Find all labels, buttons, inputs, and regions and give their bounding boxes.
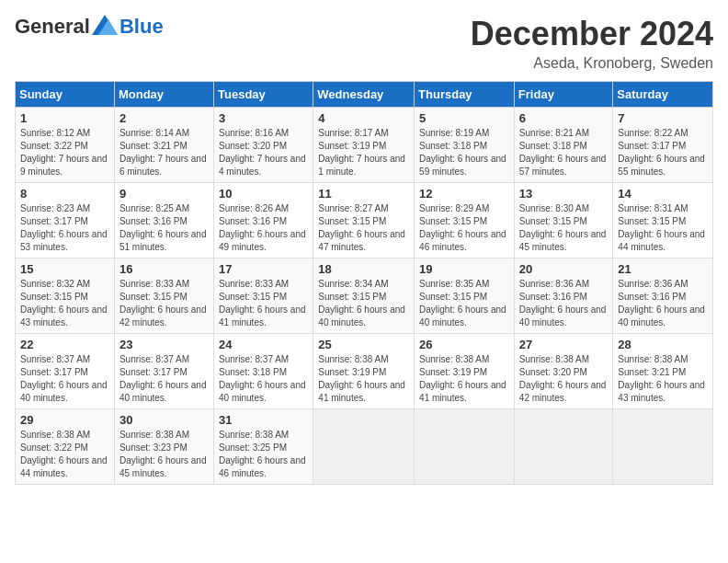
calendar-week-row: 15Sunrise: 8:32 AMSunset: 3:15 PMDayligh… [16,259,713,334]
day-info: Sunrise: 8:32 AMSunset: 3:15 PMDaylight:… [20,278,109,329]
calendar-cell: 14Sunrise: 8:31 AMSunset: 3:15 PMDayligh… [613,183,713,259]
day-number: 22 [20,338,109,351]
day-info: Sunrise: 8:22 AMSunset: 3:17 PMDaylight:… [618,127,708,178]
day-number: 3 [219,111,308,125]
day-number: 21 [618,262,708,276]
calendar-cell: 23Sunrise: 8:37 AMSunset: 3:17 PMDayligh… [114,334,213,409]
calendar-cell [514,409,613,485]
day-info: Sunrise: 8:35 AMSunset: 3:15 PMDaylight:… [419,278,509,329]
calendar-header-saturday: Saturday [613,82,713,108]
calendar-cell: 10Sunrise: 8:26 AMSunset: 3:16 PMDayligh… [214,183,313,259]
day-number: 13 [519,187,609,201]
calendar-cell: 18Sunrise: 8:34 AMSunset: 3:15 PMDayligh… [313,259,415,334]
day-number: 6 [519,111,609,125]
day-info: Sunrise: 8:38 AMSunset: 3:19 PMDaylight:… [419,353,509,405]
calendar-cell: 12Sunrise: 8:29 AMSunset: 3:15 PMDayligh… [415,183,515,259]
calendar-cell: 9Sunrise: 8:25 AMSunset: 3:16 PMDaylight… [114,183,213,259]
day-info: Sunrise: 8:38 AMSunset: 3:19 PMDaylight:… [318,353,409,405]
day-info: Sunrise: 8:38 AMSunset: 3:23 PMDaylight:… [119,429,209,480]
day-info: Sunrise: 8:30 AMSunset: 3:15 PMDaylight:… [519,202,609,254]
calendar-cell: 31Sunrise: 8:38 AMSunset: 3:25 PMDayligh… [214,409,313,485]
day-number: 19 [419,262,509,276]
calendar-cell: 3Sunrise: 8:16 AMSunset: 3:20 PMDaylight… [214,108,313,183]
calendar-cell: 8Sunrise: 8:23 AMSunset: 3:17 PMDaylight… [16,183,115,259]
day-info: Sunrise: 8:27 AMSunset: 3:15 PMDaylight:… [318,202,409,254]
day-number: 25 [318,338,409,351]
calendar-cell: 28Sunrise: 8:38 AMSunset: 3:21 PMDayligh… [613,334,713,409]
calendar-header-thursday: Thursday [415,82,515,108]
calendar-cell: 24Sunrise: 8:37 AMSunset: 3:18 PMDayligh… [214,334,313,409]
calendar-cell: 21Sunrise: 8:36 AMSunset: 3:16 PMDayligh… [613,259,713,334]
day-info: Sunrise: 8:23 AMSunset: 3:17 PMDaylight:… [20,202,109,254]
day-info: Sunrise: 8:38 AMSunset: 3:21 PMDaylight:… [618,353,708,405]
calendar-cell: 27Sunrise: 8:38 AMSunset: 3:20 PMDayligh… [514,334,613,409]
logo-blue-text: Blue [119,15,164,39]
calendar-cell: 22Sunrise: 8:37 AMSunset: 3:17 PMDayligh… [16,334,115,409]
calendar-cell: 19Sunrise: 8:35 AMSunset: 3:15 PMDayligh… [415,259,515,334]
header: General Blue December 2024 Aseda, Kronob… [15,15,713,72]
day-info: Sunrise: 8:14 AMSunset: 3:21 PMDaylight:… [119,127,209,178]
day-number: 30 [119,413,209,427]
day-number: 4 [318,111,409,125]
day-info: Sunrise: 8:33 AMSunset: 3:15 PMDaylight:… [119,278,209,329]
day-info: Sunrise: 8:25 AMSunset: 3:16 PMDaylight:… [119,202,209,254]
day-number: 26 [419,338,509,351]
calendar-cell: 29Sunrise: 8:38 AMSunset: 3:22 PMDayligh… [16,409,115,485]
day-number: 15 [20,262,109,276]
day-info: Sunrise: 8:21 AMSunset: 3:18 PMDaylight:… [519,127,609,178]
day-info: Sunrise: 8:34 AMSunset: 3:15 PMDaylight:… [318,278,409,329]
day-info: Sunrise: 8:37 AMSunset: 3:17 PMDaylight:… [119,353,209,405]
day-info: Sunrise: 8:38 AMSunset: 3:22 PMDaylight:… [20,429,109,480]
calendar-cell: 16Sunrise: 8:33 AMSunset: 3:15 PMDayligh… [114,259,213,334]
logo-icon [92,15,118,35]
day-info: Sunrise: 8:36 AMSunset: 3:16 PMDaylight:… [618,278,708,329]
day-number: 20 [519,262,609,276]
day-info: Sunrise: 8:12 AMSunset: 3:22 PMDaylight:… [20,127,109,178]
day-info: Sunrise: 8:29 AMSunset: 3:15 PMDaylight:… [419,202,509,254]
calendar-cell [313,409,415,485]
calendar-cell: 5Sunrise: 8:19 AMSunset: 3:18 PMDaylight… [415,108,515,183]
day-number: 8 [20,187,109,201]
day-number: 12 [419,187,509,201]
day-number: 7 [618,111,708,125]
calendar-cell: 4Sunrise: 8:17 AMSunset: 3:19 PMDaylight… [313,108,415,183]
logo: General Blue [15,15,164,39]
day-number: 23 [119,338,209,351]
day-number: 31 [219,413,308,427]
calendar-cell: 6Sunrise: 8:21 AMSunset: 3:18 PMDaylight… [514,108,613,183]
calendar-week-row: 29Sunrise: 8:38 AMSunset: 3:22 PMDayligh… [16,409,713,485]
calendar-cell: 13Sunrise: 8:30 AMSunset: 3:15 PMDayligh… [514,183,613,259]
calendar-header-sunday: Sunday [16,82,115,108]
calendar-cell: 2Sunrise: 8:14 AMSunset: 3:21 PMDaylight… [114,108,213,183]
calendar-cell: 15Sunrise: 8:32 AMSunset: 3:15 PMDayligh… [16,259,115,334]
day-number: 2 [119,111,209,125]
calendar-week-row: 22Sunrise: 8:37 AMSunset: 3:17 PMDayligh… [16,334,713,409]
day-number: 10 [219,187,308,201]
calendar-cell: 25Sunrise: 8:38 AMSunset: 3:19 PMDayligh… [313,334,415,409]
day-number: 27 [519,338,609,351]
day-number: 24 [219,338,308,351]
day-number: 9 [119,187,209,201]
day-info: Sunrise: 8:17 AMSunset: 3:19 PMDaylight:… [318,127,409,178]
calendar-cell: 30Sunrise: 8:38 AMSunset: 3:23 PMDayligh… [114,409,213,485]
day-number: 28 [618,338,708,351]
calendar-cell: 17Sunrise: 8:33 AMSunset: 3:15 PMDayligh… [214,259,313,334]
month-title: December 2024 [471,15,713,53]
day-number: 1 [20,111,109,125]
calendar-table: SundayMondayTuesdayWednesdayThursdayFrid… [15,81,713,485]
logo-general-text: General [15,15,90,39]
day-info: Sunrise: 8:19 AMSunset: 3:18 PMDaylight:… [419,127,509,178]
day-number: 18 [318,262,409,276]
day-info: Sunrise: 8:16 AMSunset: 3:20 PMDaylight:… [219,127,308,178]
day-number: 17 [219,262,308,276]
day-number: 14 [618,187,708,201]
calendar-header-row: SundayMondayTuesdayWednesdayThursdayFrid… [16,82,713,108]
day-info: Sunrise: 8:26 AMSunset: 3:16 PMDaylight:… [219,202,308,254]
calendar-cell: 20Sunrise: 8:36 AMSunset: 3:16 PMDayligh… [514,259,613,334]
calendar-header-wednesday: Wednesday [313,82,415,108]
day-info: Sunrise: 8:37 AMSunset: 3:17 PMDaylight:… [20,353,109,405]
day-number: 11 [318,187,409,201]
calendar-cell: 11Sunrise: 8:27 AMSunset: 3:15 PMDayligh… [313,183,415,259]
calendar-header-friday: Friday [514,82,613,108]
calendar-cell: 1Sunrise: 8:12 AMSunset: 3:22 PMDaylight… [16,108,115,183]
